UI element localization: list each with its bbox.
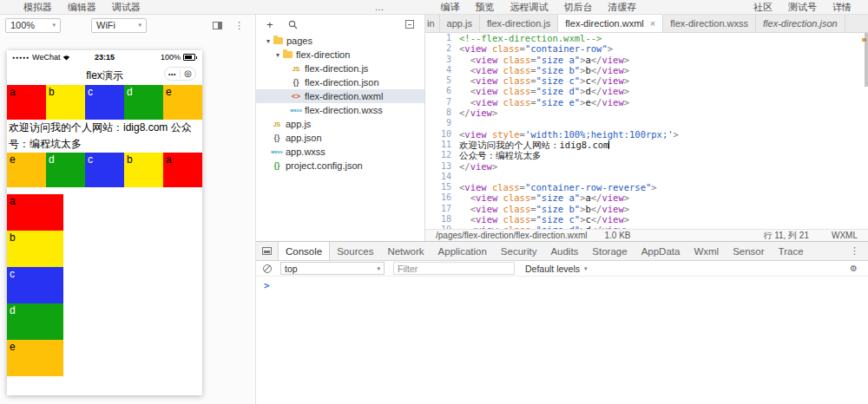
chevron-down-icon: ▾ <box>266 37 273 45</box>
menu-item[interactable]: 预览 <box>467 1 502 14</box>
devtools-tab-console[interactable]: Console <box>278 242 330 260</box>
collapse-all-icon[interactable] <box>405 20 414 29</box>
chevron-down-icon: ▾ <box>276 51 283 59</box>
line-number: 5 <box>425 75 459 86</box>
editor-tab[interactable]: app.js <box>440 15 480 32</box>
capsule-menu: ••• ◎ <box>164 67 196 81</box>
file-explorer: + ▾pages▾flex-directionJSflex-direction.… <box>256 15 425 241</box>
add-file-icon[interactable]: + <box>266 19 273 30</box>
tree-item[interactable]: {}flex-direction.json <box>256 75 424 89</box>
line-number: 17 <box>425 204 459 214</box>
devtools-tab-security[interactable]: Security <box>494 242 544 260</box>
menu-item[interactable]: 测试号 <box>780 1 825 14</box>
menu-item[interactable]: 调试器 <box>104 1 148 14</box>
devtools-tab-sensor[interactable]: Sensor <box>726 242 771 260</box>
flex-box: c <box>7 267 63 303</box>
json-file-icon: {} <box>270 134 284 142</box>
menu-item[interactable]: 清缓存 <box>600 1 644 14</box>
search-icon[interactable] <box>288 20 298 29</box>
menubar: 模拟器编辑器调试器 … 编译预览远程调试切后台清缓存 社区测试号详情 <box>0 0 868 15</box>
tree-item[interactable]: JSflex-direction.js <box>256 62 424 75</box>
tree-item[interactable]: wxssapp.wxss <box>256 145 424 159</box>
devtools-tab-wxml[interactable]: Wxml <box>687 242 726 260</box>
console-toolbar: top ▾ Default levels ▾ ⚙ <box>256 261 868 277</box>
more-options-icon[interactable]: ⋮ <box>234 20 244 31</box>
devtools-tab-storage[interactable]: Storage <box>585 242 634 260</box>
editor-tab[interactable]: flex-direction.wxml× <box>558 15 663 32</box>
devtools-tab-sources[interactable]: Sources <box>330 242 380 260</box>
levels-select[interactable]: Default levels ▾ <box>525 264 588 274</box>
menubar-left-group: 模拟器编辑器调试器 <box>16 1 148 14</box>
tree-item[interactable]: ▾flex-direction <box>256 48 424 62</box>
text-cursor <box>608 140 609 149</box>
flex-box: a <box>7 194 63 231</box>
file-name: pages <box>286 36 312 46</box>
clear-console-icon[interactable] <box>263 264 272 273</box>
editor-tab[interactable]: flex-direction.js <box>480 15 558 32</box>
menu-item[interactable]: 社区 <box>746 1 780 14</box>
tree-item[interactable]: wxssflex-direction.wxss <box>256 103 424 117</box>
tree-item[interactable]: ▾pages <box>256 34 424 48</box>
line-number: 15 <box>425 182 459 192</box>
more-menu-icon[interactable]: ⋮ <box>841 245 868 257</box>
flex-box: c <box>85 153 124 187</box>
line-number: 11 <box>425 140 459 150</box>
signal-dots-icon: ●●●●● <box>12 55 30 60</box>
scrollbar[interactable] <box>865 33 868 87</box>
tree-item[interactable]: <>flex-direction.wxml <box>256 89 424 103</box>
explorer-toolbar: + <box>256 15 424 34</box>
file-mode: WXML <box>832 231 858 240</box>
file-name: flex-direction <box>296 49 350 60</box>
wxss-file-icon: wxss <box>270 149 284 154</box>
dock-panel-icon[interactable] <box>213 22 222 29</box>
menu-item[interactable]: 详情 <box>825 1 859 14</box>
line-number: 10 <box>425 129 459 140</box>
file-name: flex-direction.wxss <box>305 105 383 115</box>
menu-item[interactable]: 编译 <box>432 1 467 14</box>
editor-tab[interactable]: in <box>425 15 440 32</box>
code-editor[interactable]: 1<!--flex-direction.wxml-->2<view class=… <box>425 33 868 229</box>
flex-box: b <box>7 231 63 267</box>
js-file-icon: JS <box>270 121 284 127</box>
devtools-tab-application[interactable]: Application <box>431 242 494 260</box>
filter-input[interactable] <box>393 262 515 275</box>
file-size: 1.0 KB <box>605 231 631 240</box>
editor-panel: inapp.jsflex-direction.jsflex-direction.… <box>425 15 868 241</box>
menubar-center-group: 编译预览远程调试切后台清缓存 <box>432 1 644 14</box>
devtools-tab-audits[interactable]: Audits <box>543 242 585 260</box>
devtools-tab-network[interactable]: Network <box>380 242 431 260</box>
home-icon[interactable]: ◎ <box>181 68 195 80</box>
context-select[interactable]: top ▾ <box>280 262 385 275</box>
console-output[interactable]: > <box>256 277 868 404</box>
carrier-label: WeChat <box>32 53 60 62</box>
code-lines: 1<!--flex-direction.wxml-->2<view class=… <box>425 33 868 229</box>
close-icon[interactable]: × <box>650 18 655 29</box>
editor-tab[interactable]: flex-direction.wxss <box>663 15 756 32</box>
tree-item[interactable]: {}app.json <box>256 131 424 145</box>
line-number: 3 <box>425 55 459 65</box>
devtools-tab-trace[interactable]: Trace <box>772 242 811 260</box>
menu-item[interactable]: 远程调试 <box>502 1 556 14</box>
menu-item[interactable]: 切后台 <box>556 1 600 14</box>
line-number: 6 <box>425 86 459 96</box>
menu-item[interactable]: 模拟器 <box>16 1 60 14</box>
tree-item[interactable]: JSapp.js <box>256 117 424 131</box>
flex-box: b <box>124 153 163 187</box>
line-number: 12 <box>425 150 459 160</box>
tree-item[interactable]: {}project.config.json <box>256 159 424 173</box>
devtools-tab-appdata[interactable]: AppData <box>635 242 687 260</box>
tab-label: flex-direction.wxml <box>565 18 643 29</box>
menu-item[interactable]: 编辑器 <box>60 1 104 14</box>
more-icon[interactable]: ••• <box>165 71 180 77</box>
chevron-down-icon: ▾ <box>52 22 56 29</box>
phone-navbar: flex演示 ••• ◎ <box>7 64 202 85</box>
zoom-select[interactable]: 100% ▾ <box>5 18 61 33</box>
line-number: 14 <box>425 172 459 182</box>
editor-tab[interactable]: flex-direction.json <box>756 15 845 32</box>
network-select[interactable]: WiFi ▾ <box>91 18 147 33</box>
file-name: project.config.json <box>286 160 363 171</box>
wxml-file-icon: <> <box>289 92 303 101</box>
overflow-menu-icon[interactable]: … <box>371 2 387 12</box>
settings-gear-icon[interactable]: ⚙ <box>850 264 861 273</box>
dock-side-icon[interactable] <box>262 247 272 255</box>
